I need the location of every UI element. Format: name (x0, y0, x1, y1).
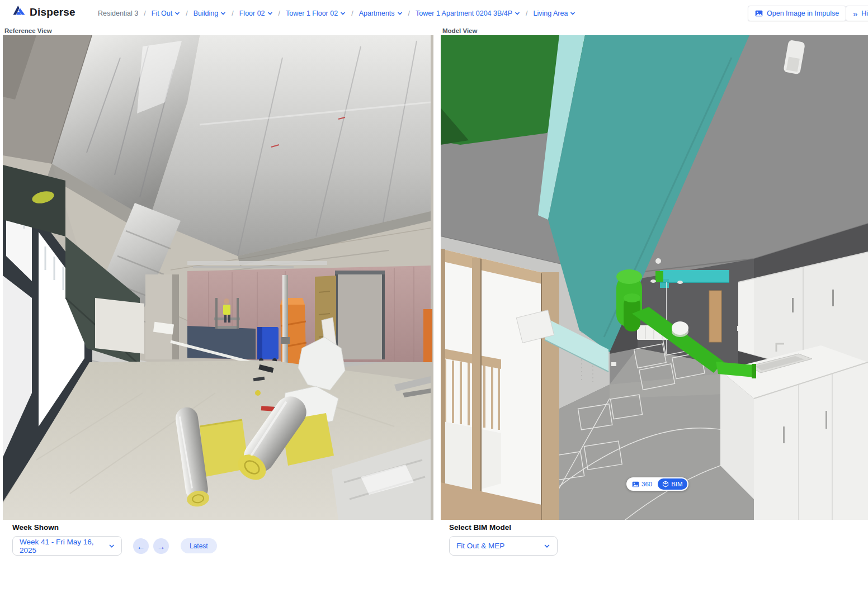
bim-cube-icon (662, 481, 669, 487)
chevron-down-icon (570, 11, 575, 16)
open-image-label: Open Image in Impulse (767, 10, 839, 17)
chevron-down-icon (515, 11, 520, 16)
next-week-button[interactable]: → (153, 538, 169, 554)
breadcrumb-separator: / (526, 10, 527, 17)
disperse-logo-icon (12, 5, 26, 20)
reference-view-title: Reference View (4, 27, 52, 34)
week-selected-value: Week 41 - Fri May 16, 2025 (20, 538, 108, 554)
chevron-down-icon (267, 11, 273, 16)
select-bim-model-label: Select BIM Model (449, 523, 511, 532)
bim-model-render (441, 35, 868, 520)
breadcrumb-item-building[interactable]: Building (194, 10, 226, 17)
view-mode-toggle: 360 BIM (626, 477, 688, 491)
arrow-right-icon: → (157, 542, 166, 551)
mode-bim-button[interactable]: BIM (658, 478, 687, 490)
breadcrumb-separator: / (408, 10, 410, 17)
week-select-dropdown[interactable]: Week 41 - Fri May 16, 2025 (12, 536, 122, 556)
mode-360-button[interactable]: 360 (628, 478, 657, 490)
breadcrumb: Residential 3 / Fit Out / Building / Flo… (98, 0, 575, 27)
breadcrumb-item-project: Residential 3 (98, 10, 138, 17)
breadcrumb-separator: / (186, 10, 187, 17)
image-icon (755, 10, 763, 17)
brand-logo[interactable]: Disperse (12, 5, 76, 20)
latest-week-button[interactable]: Latest (181, 538, 217, 553)
chevron-down-icon (174, 11, 180, 16)
bim-model-select-dropdown[interactable]: Fit Out & MEP (449, 536, 558, 556)
construction-site-photo (3, 35, 433, 520)
breadcrumb-item-apartments[interactable]: Apartments (359, 10, 403, 17)
reference-photo-viewer[interactable] (3, 35, 433, 520)
breadcrumb-item-apartment[interactable]: Tower 1 Apartment 0204 3B/4P (416, 10, 520, 17)
breadcrumb-separator: / (351, 10, 353, 17)
chevron-down-icon (397, 11, 403, 16)
top-nav: Disperse Residential 3 / Fit Out / Build… (0, 0, 868, 27)
breadcrumb-item-tower-floor[interactable]: Tower 1 Floor 02 (286, 10, 346, 17)
chevron-down-icon (544, 543, 550, 549)
week-shown-label: Week Shown (12, 523, 59, 532)
breadcrumb-separator: / (279, 10, 280, 17)
breadcrumb-separator: / (232, 10, 233, 17)
image-icon (632, 481, 639, 487)
bim-model-selected-value: Fit Out & MEP (456, 542, 504, 550)
breadcrumb-separator: / (144, 10, 145, 17)
bim-model-viewer[interactable]: 360 BIM (441, 35, 868, 520)
mode-bim-label: BIM (671, 481, 682, 487)
previous-week-button[interactable]: ← (133, 538, 149, 554)
brand-name: Disperse (30, 6, 76, 18)
hide-panel-button[interactable]: » Hide (846, 6, 868, 21)
breadcrumb-item-living-area[interactable]: Living Area (534, 10, 576, 17)
chevron-down-icon (108, 543, 115, 549)
arrow-left-icon: ← (137, 542, 145, 551)
breadcrumb-item-floor[interactable]: Floor 02 (239, 10, 273, 17)
open-image-in-impulse-button[interactable]: Open Image in Impulse (748, 6, 846, 21)
double-chevron-right-icon: » (853, 10, 857, 18)
hide-label: Hide (861, 10, 868, 17)
chevron-down-icon (220, 11, 226, 16)
disperse-app: { "app": { "brand": "Disperse" }, "nav":… (0, 0, 868, 602)
chevron-down-icon (340, 11, 346, 16)
mode-360-label: 360 (641, 481, 652, 487)
breadcrumb-item-fitout[interactable]: Fit Out (152, 10, 181, 17)
model-view-title: Model View (442, 27, 477, 34)
